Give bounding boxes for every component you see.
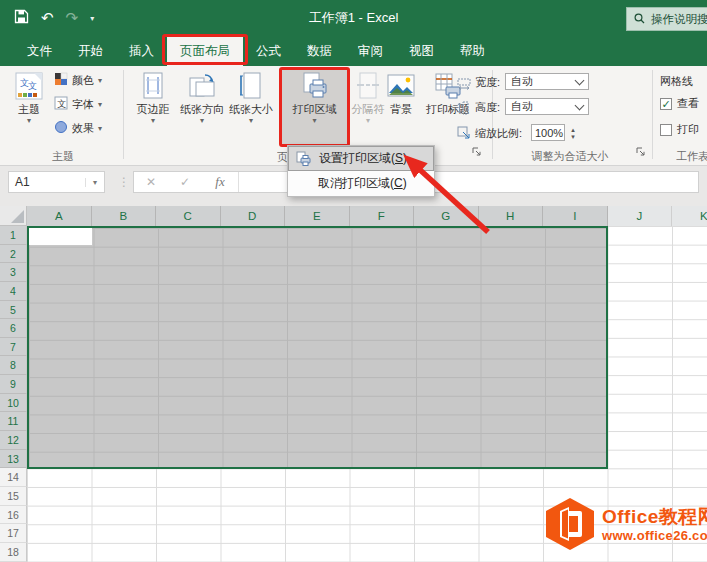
menu-item-label: 取消打印区域(C) bbox=[318, 175, 407, 192]
search-icon bbox=[634, 13, 645, 26]
enter-icon[interactable]: ✓ bbox=[168, 175, 202, 189]
orientation-button[interactable]: 纸张方向 ▾ bbox=[177, 69, 227, 145]
theme-colors-icon bbox=[54, 72, 68, 88]
height-icon bbox=[457, 101, 469, 119]
size-button[interactable]: 纸张大小 ▾ bbox=[227, 69, 275, 145]
ribbon-tab[interactable]: 视图 bbox=[396, 36, 447, 66]
theme-fonts-label: 字体 bbox=[72, 97, 94, 112]
gridlines-view-option[interactable]: ✓ 查看 bbox=[660, 96, 699, 111]
ribbon-tab[interactable]: 公式 bbox=[243, 36, 294, 66]
column-header[interactable]: H bbox=[479, 206, 544, 226]
row-header[interactable]: 15 bbox=[0, 487, 27, 506]
margins-icon bbox=[141, 69, 165, 103]
row-headers: 123456789101112131415161718 bbox=[0, 226, 27, 562]
column-header[interactable]: J bbox=[608, 206, 673, 226]
row-header[interactable]: 6 bbox=[0, 319, 27, 338]
menu-item-clear-print-area[interactable]: 取消打印区域(C) bbox=[288, 171, 434, 196]
column-header[interactable]: K bbox=[672, 206, 707, 226]
themes-button[interactable]: 文文 主题 ▾ bbox=[8, 69, 50, 145]
watermark-url: www.office26.com bbox=[602, 529, 707, 542]
print-area-label: 打印区域 bbox=[293, 103, 337, 116]
theme-fonts-caret-icon: ▾ bbox=[98, 100, 102, 109]
set-print-area-icon bbox=[289, 151, 319, 167]
column-header[interactable]: C bbox=[156, 206, 221, 226]
print-area-button[interactable]: 打印区域 ▾ bbox=[282, 69, 347, 145]
row-header[interactable]: 12 bbox=[0, 431, 27, 450]
selected-range[interactable] bbox=[27, 226, 608, 469]
row-header[interactable]: 9 bbox=[0, 375, 27, 394]
spin-up-icon[interactable]: ▴ bbox=[571, 126, 575, 133]
theme-fonts-button[interactable]: 文 字体 ▾ bbox=[54, 96, 102, 112]
theme-colors-button[interactable]: 颜色 ▾ bbox=[54, 72, 102, 88]
column-header[interactable]: A bbox=[27, 206, 92, 226]
column-header[interactable]: F bbox=[350, 206, 415, 226]
ribbon-tab[interactable]: 页面布局 bbox=[167, 36, 243, 66]
background-icon bbox=[387, 69, 415, 103]
scale-spinner[interactable]: ▴ ▾ bbox=[567, 124, 579, 141]
ribbon-tab[interactable]: 插入 bbox=[116, 36, 167, 66]
tell-me-search[interactable]: 操作说明搜索 bbox=[626, 7, 707, 31]
scale-dialog-launcher-icon[interactable] bbox=[635, 146, 646, 157]
chevron-down-icon bbox=[575, 100, 585, 110]
select-all-corner[interactable] bbox=[0, 206, 27, 226]
print-area-caret-icon: ▾ bbox=[312, 116, 316, 126]
row-header[interactable]: 10 bbox=[0, 394, 27, 413]
ribbon-tab[interactable]: 帮助 bbox=[447, 36, 498, 66]
column-header[interactable]: I bbox=[543, 206, 608, 226]
row-header[interactable]: 1 bbox=[0, 226, 27, 245]
checkbox-checked-icon[interactable]: ✓ bbox=[660, 98, 672, 110]
scale-input[interactable]: 100% bbox=[531, 124, 565, 141]
theme-colors-caret-icon: ▾ bbox=[98, 76, 102, 85]
spin-down-icon[interactable]: ▾ bbox=[571, 133, 575, 140]
margins-button[interactable]: 页边距 ▾ bbox=[130, 69, 176, 145]
row-header[interactable]: 2 bbox=[0, 245, 27, 264]
row-header[interactable]: 5 bbox=[0, 301, 27, 320]
name-box-caret-icon[interactable]: ▾ bbox=[85, 178, 104, 187]
name-box[interactable]: A1 ▾ bbox=[8, 171, 105, 193]
row-header[interactable]: 16 bbox=[0, 506, 27, 525]
breaks-icon bbox=[356, 69, 380, 103]
height-label: 高度: bbox=[475, 100, 500, 115]
scale-group-label: 调整为合适大小 bbox=[492, 149, 648, 164]
row-header[interactable]: 4 bbox=[0, 282, 27, 301]
orientation-caret-icon: ▾ bbox=[200, 116, 204, 126]
row-header[interactable]: 3 bbox=[0, 263, 27, 282]
menu-item-set-print-area[interactable]: 设置打印区域(S) bbox=[288, 146, 434, 171]
column-headers: ABCDEFGHIJK bbox=[27, 206, 707, 226]
sheet-options-group-label: 工作表选项 bbox=[676, 149, 707, 164]
column-header[interactable]: E bbox=[285, 206, 350, 226]
ribbon-tab[interactable]: 文件 bbox=[14, 36, 65, 66]
row-header[interactable]: 7 bbox=[0, 338, 27, 357]
row-header[interactable]: 14 bbox=[0, 468, 27, 487]
active-cell-a1[interactable] bbox=[29, 228, 92, 245]
themes-label: 主题 bbox=[18, 103, 40, 116]
theme-fonts-icon: 文 bbox=[54, 96, 68, 112]
gridlines-print-option[interactable]: 打印 bbox=[660, 122, 699, 137]
column-header[interactable]: D bbox=[221, 206, 286, 226]
row-header[interactable]: 8 bbox=[0, 356, 27, 375]
theme-effects-button[interactable]: 效果 ▾ bbox=[54, 120, 102, 136]
width-select[interactable]: 自动 bbox=[505, 73, 589, 90]
orientation-label: 纸张方向 bbox=[180, 103, 224, 116]
row-header[interactable]: 17 bbox=[0, 524, 27, 543]
theme-effects-icon bbox=[54, 120, 68, 136]
ribbon-tab[interactable]: 数据 bbox=[294, 36, 345, 66]
row-header[interactable]: 18 bbox=[0, 543, 27, 562]
group-divider bbox=[123, 70, 124, 159]
background-button[interactable]: 背景 bbox=[384, 69, 418, 145]
insert-function-icon[interactable]: fx bbox=[202, 174, 238, 190]
scale-icon bbox=[457, 126, 471, 144]
breaks-button: 分隔符 ▾ bbox=[348, 69, 388, 145]
checkbox-unchecked-icon[interactable] bbox=[660, 124, 672, 136]
cancel-icon[interactable]: ✕ bbox=[134, 175, 168, 189]
height-select[interactable]: 自动 bbox=[505, 98, 589, 115]
row-header[interactable]: 13 bbox=[0, 450, 27, 469]
column-header[interactable]: G bbox=[414, 206, 479, 226]
ribbon-tab[interactable]: 审阅 bbox=[345, 36, 396, 66]
column-header[interactable]: B bbox=[92, 206, 157, 226]
row-header[interactable]: 11 bbox=[0, 412, 27, 431]
size-label: 纸张大小 bbox=[229, 103, 273, 116]
ribbon-tab[interactable]: 开始 bbox=[65, 36, 116, 66]
breaks-caret-icon: ▾ bbox=[366, 116, 370, 126]
page-setup-dialog-launcher-icon[interactable] bbox=[471, 146, 482, 157]
